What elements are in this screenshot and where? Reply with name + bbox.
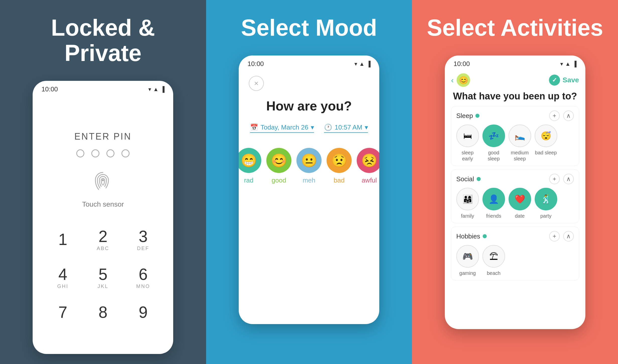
medium-sleep-label: medium sleep <box>509 150 531 162</box>
sleep-add-button[interactable]: + <box>549 110 560 121</box>
mood-good[interactable]: 😊 good <box>266 148 291 184</box>
key-8[interactable]: 8 <box>83 297 123 329</box>
mood-awful-label: awful <box>362 176 377 184</box>
bad-sleep-icon: 😴 <box>535 125 557 147</box>
mood-good-label: good <box>272 176 286 184</box>
sleep-collapse-button[interactable]: ∧ <box>563 110 574 121</box>
social-section-header: Social + ∧ <box>456 174 574 184</box>
gaming-label: gaming <box>459 270 476 276</box>
pin-dot-4 <box>121 149 130 157</box>
panel3-title: Select Activities <box>427 15 603 40</box>
time-3: 10:00 <box>454 60 470 68</box>
back-button[interactable]: ‹ 😊 <box>451 73 470 87</box>
key-5[interactable]: 5JKL <box>83 259 123 297</box>
key-7[interactable]: 7 <box>43 297 83 329</box>
panel-locked: Locked & Private 10:00 ▾ ▲ ▐ ENTER PIN <box>0 0 206 364</box>
mood-awful[interactable]: 😣 awful <box>357 148 379 184</box>
phone-2: 10:00 ▾ ▲ ▐ × How are you? 📅 Today, Marc… <box>239 55 379 324</box>
family-label: family <box>461 213 474 219</box>
hobbies-collapse-button[interactable]: ∧ <box>563 231 574 241</box>
key-3[interactable]: 3DEF <box>123 221 163 259</box>
status-bar-1: 10:00 ▾ ▲ ▐ <box>33 81 173 96</box>
act-item-friends[interactable]: 👤 friends <box>482 188 505 219</box>
social-items: 👨‍👩‍👧 family 👤 friends ❤️ date 🕺 party <box>456 188 574 219</box>
party-label: party <box>540 213 551 219</box>
fingerprint-icon <box>92 170 114 197</box>
hobbies-dot <box>483 234 487 238</box>
friends-label: friends <box>486 213 501 219</box>
battery-icon-2: ▐ <box>366 61 370 67</box>
pin-dot-1 <box>76 149 84 157</box>
mood-faces: 😁 rad 😊 good 😐 meh 😟 bad 😣 awful <box>249 148 369 184</box>
medium-sleep-icon: 🛌 <box>509 125 531 147</box>
wifi-icon-2: ▾ <box>354 61 357 67</box>
close-button[interactable]: × <box>249 76 264 91</box>
status-icons-2: ▾ ▲ ▐ <box>354 61 370 67</box>
good-sleep-icon: 💤 <box>482 125 505 147</box>
act-item-family[interactable]: 👨‍👩‍👧 family <box>456 188 479 219</box>
hobbies-section-header: Hobbies + ∧ <box>456 231 574 241</box>
act-item-sleep-early[interactable]: 🛏 sleep early <box>456 125 479 162</box>
key-2[interactable]: 2ABC <box>83 221 123 259</box>
social-section-title: Social <box>456 175 481 183</box>
social-controls: + ∧ <box>549 174 574 184</box>
pin-title: ENTER PIN <box>74 131 132 142</box>
act-item-good-sleep[interactable]: 💤 good sleep <box>482 125 505 162</box>
act-item-medium-sleep[interactable]: 🛌 medium sleep <box>509 125 531 162</box>
mood-bad[interactable]: 😟 bad <box>327 148 352 184</box>
phone-3: 10:00 ▾ ▲ ▐ ‹ 😊 ✓ Save What have you bee… <box>445 55 585 329</box>
status-icons-1: ▾ ▲ ▐ <box>148 86 164 93</box>
battery-icon-3: ▐ <box>573 61 577 67</box>
sleep-controls: + ∧ <box>549 110 574 121</box>
hobbies-section-title: Hobbies <box>456 232 487 240</box>
act-item-beach[interactable]: ⛱ beach <box>482 245 505 276</box>
sleep-items: 🛏 sleep early 💤 good sleep 🛌 medium slee… <box>456 125 574 162</box>
hobbies-section: Hobbies + ∧ 🎮 gaming ⛱ beach <box>451 227 579 280</box>
mood-bad-circle: 😟 <box>327 148 352 173</box>
mood-rad-label: rad <box>244 176 254 184</box>
mood-meh[interactable]: 😐 meh <box>296 148 322 184</box>
date-label: date <box>515 213 525 219</box>
activities-screen: ‹ 😊 ✓ Save What have you been up to? Sle… <box>445 71 585 289</box>
time-2: 10:00 <box>248 60 264 68</box>
mood-meh-circle: 😐 <box>296 148 322 173</box>
sleep-early-icon: 🛏 <box>456 125 479 147</box>
sleep-section: Sleep + ∧ 🛏 sleep early 💤 goo <box>451 106 579 166</box>
social-section: Social + ∧ 👨‍👩‍👧 family 👤 f <box>451 169 579 223</box>
svg-point-0 <box>102 179 104 181</box>
key-9[interactable]: 9 <box>123 297 163 329</box>
hobbies-items: 🎮 gaming ⛱ beach <box>456 245 574 276</box>
social-add-button[interactable]: + <box>549 174 560 184</box>
key-4[interactable]: 4GHI <box>43 259 83 297</box>
mood-avatar: 😊 <box>457 73 470 87</box>
friends-icon: 👤 <box>482 188 505 210</box>
mood-date[interactable]: 📅 Today, March 26 ▾ <box>250 124 314 133</box>
act-item-party[interactable]: 🕺 party <box>535 188 557 219</box>
panel-mood: Select Mood 10:00 ▾ ▲ ▐ × How are you? 📅… <box>206 0 412 364</box>
pin-dots <box>76 149 130 157</box>
save-label: Save <box>563 76 579 84</box>
sleep-section-header: Sleep + ∧ <box>456 110 574 121</box>
social-collapse-button[interactable]: ∧ <box>563 174 574 184</box>
mood-rad[interactable]: 😁 rad <box>239 148 261 184</box>
act-topbar: ‹ 😊 ✓ Save <box>451 73 579 87</box>
panel2-title: Select Mood <box>241 15 377 40</box>
hobbies-add-button[interactable]: + <box>549 231 560 241</box>
sleep-dot <box>475 114 479 118</box>
key-1[interactable]: 1 <box>43 221 83 259</box>
wifi-icon-3: ▾ <box>560 61 563 67</box>
good-sleep-label: good sleep <box>482 150 505 162</box>
act-item-gaming[interactable]: 🎮 gaming <box>456 245 479 276</box>
key-6[interactable]: 6MNO <box>123 259 163 297</box>
mood-meh-label: meh <box>303 176 316 184</box>
wifi-icon: ▾ <box>148 86 151 93</box>
status-bar-2: 10:00 ▾ ▲ ▐ <box>239 55 379 71</box>
act-item-date[interactable]: ❤️ date <box>509 188 531 219</box>
status-bar-3: 10:00 ▾ ▲ ▐ <box>445 55 585 71</box>
back-chevron-icon: ‹ <box>451 76 454 85</box>
mood-time[interactable]: 🕐 10:57 AM ▾ <box>324 124 368 133</box>
save-button[interactable]: ✓ Save <box>549 75 579 86</box>
act-item-bad-sleep[interactable]: 😴 bad sleep <box>535 125 557 162</box>
pin-screen: ENTER PIN <box>33 96 173 354</box>
time-1: 10:00 <box>41 85 58 93</box>
